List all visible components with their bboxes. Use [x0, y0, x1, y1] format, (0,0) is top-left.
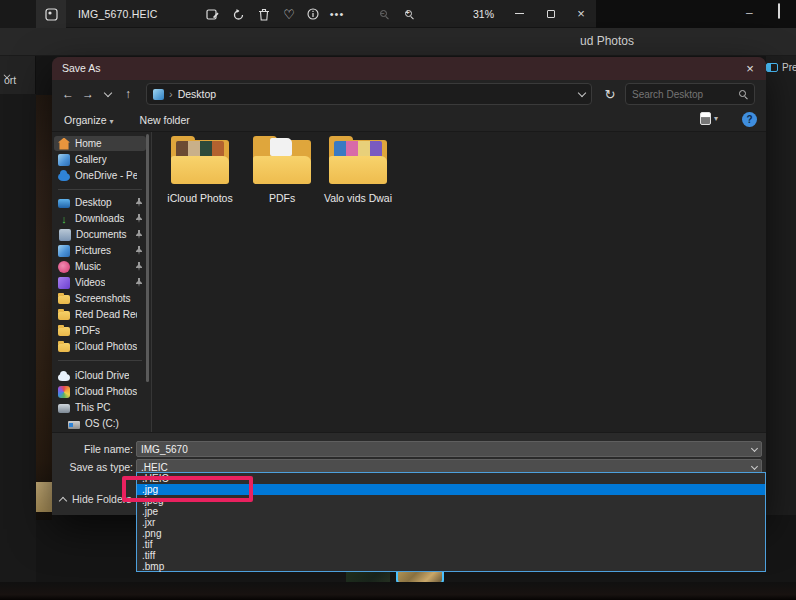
dialog-body: Home Gallery OneDrive - Persor Desktop ↓… — [52, 132, 766, 432]
sidebar-item-red-dead[interactable]: Red Dead Redem — [54, 307, 146, 322]
videos-icon — [58, 277, 70, 289]
view-options-button[interactable]: ▾ — [700, 112, 718, 125]
pin-icon — [135, 214, 143, 223]
dialog-titlebar: Save As × — [52, 57, 766, 80]
background-bottom-strip — [0, 582, 796, 600]
folder-icon — [58, 295, 70, 304]
address-bar[interactable]: › Desktop — [146, 83, 592, 105]
new-folder-button[interactable]: New folder — [140, 114, 190, 126]
icloud-photos-icon — [58, 386, 70, 398]
sidebar-item-this-pc[interactable]: This PC — [54, 400, 146, 415]
recent-locations-button[interactable] — [98, 92, 118, 96]
folder-icon — [58, 311, 70, 320]
sidebar-item-videos[interactable]: Videos — [54, 275, 146, 290]
navigation-sidebar: Home Gallery OneDrive - Persor Desktop ↓… — [52, 132, 150, 432]
address-dropdown-icon[interactable] — [578, 89, 586, 97]
zoom-out-icon[interactable]: – — [374, 5, 394, 23]
annotation-highlight-box — [122, 476, 253, 502]
folder-icon — [253, 138, 311, 184]
view-thumbnail-icon — [700, 112, 711, 125]
gallery-icon — [58, 154, 70, 166]
edit-image-icon[interactable] — [202, 5, 222, 23]
home-icon — [58, 138, 70, 150]
hide-folders-button[interactable]: Hide Folders — [60, 493, 132, 505]
file-name-field[interactable] — [136, 441, 762, 457]
breadcrumb-separator: › — [169, 88, 173, 100]
sidebar-item-icloud-photos-app[interactable]: iCloud Photos — [54, 384, 146, 399]
sidebar-item-os-c[interactable]: OS (C:) — [54, 416, 146, 431]
sidebar-item-pdfs[interactable]: PDFs — [54, 323, 146, 338]
photos-close-button[interactable]: × — [566, 0, 596, 27]
sidebar-item-music[interactable]: Music — [54, 259, 146, 274]
dialog-close-button[interactable]: × — [740, 59, 760, 78]
sidebar-item-onedrive[interactable]: OneDrive - Persor — [54, 168, 146, 183]
dropdown-option-jpe[interactable]: .jpe — [137, 506, 765, 517]
back-button[interactable]: ← — [58, 87, 78, 101]
organize-button[interactable]: Organize ▾ — [64, 114, 114, 126]
delete-icon[interactable] — [254, 5, 274, 23]
dropdown-option-tif[interactable]: .tif — [137, 539, 765, 550]
photos-minimize-button[interactable] — [504, 0, 534, 27]
sidebar-separator — [58, 189, 142, 190]
chevron-down-icon[interactable] — [751, 444, 758, 451]
photo-preview-edge — [36, 95, 52, 520]
sidebar-item-documents[interactable]: Documents — [54, 227, 146, 242]
help-button[interactable]: ? — [742, 112, 757, 127]
sidebar-item-screenshots[interactable]: Screenshots — [54, 291, 146, 306]
forward-button[interactable]: → — [78, 87, 98, 101]
music-icon — [58, 261, 70, 273]
background-sort-control[interactable]: ort — [0, 56, 36, 94]
onedrive-cloud-icon — [58, 173, 70, 181]
desktop-icon — [58, 199, 70, 208]
pin-icon — [135, 246, 143, 255]
sidebar-item-pictures[interactable]: Pictures — [54, 243, 146, 258]
preview-button[interactable]: Pre — [766, 62, 796, 73]
breadcrumb-desktop[interactable]: Desktop — [178, 88, 217, 100]
this-pc-icon — [58, 404, 70, 413]
dialog-title: Save As — [62, 62, 101, 74]
save-as-dialog: Save As × ← → ↑ › Desktop ↻ Organize ▾ N… — [52, 57, 766, 515]
folder-icon — [171, 138, 229, 184]
photos-title: IMG_5670.HEIC — [78, 8, 158, 20]
pin-icon — [135, 198, 143, 207]
sidebar-item-icloud-photos-folder[interactable]: iCloud Photos — [54, 339, 146, 354]
up-button[interactable]: ↑ — [118, 87, 138, 101]
search-icon — [739, 90, 748, 99]
sidebar-item-desktop[interactable]: Desktop — [54, 195, 146, 210]
search-box[interactable] — [625, 83, 755, 105]
photos-app-icon[interactable] — [36, 0, 66, 28]
file-name-input[interactable] — [141, 444, 752, 455]
save-as-type-value: .HEIC — [141, 462, 752, 473]
search-input[interactable] — [632, 89, 739, 100]
pictures-icon — [58, 245, 70, 257]
pin-icon — [135, 230, 143, 239]
dropdown-option-jxr[interactable]: .jxr — [137, 517, 765, 528]
refresh-button[interactable]: ↻ — [600, 84, 620, 104]
sidebar-item-downloads[interactable]: ↓Downloads — [54, 211, 146, 226]
sidebar-item-icloud-drive[interactable]: iCloud Drive — [54, 368, 146, 383]
info-icon[interactable] — [303, 5, 323, 23]
sidebar-scrollbar[interactable] — [146, 134, 149, 382]
downloads-icon: ↓ — [58, 213, 70, 225]
chevron-down-icon[interactable] — [751, 462, 758, 469]
folder-icloud-photos[interactable]: iCloud Photos — [162, 138, 238, 204]
photos-maximize-button[interactable] — [536, 0, 566, 27]
dropdown-option-tiff[interactable]: .tiff — [137, 550, 765, 561]
background-maximize-button[interactable] — [778, 4, 780, 18]
sidebar-item-home[interactable]: Home — [54, 136, 146, 151]
dropdown-option-bmp[interactable]: .bmp — [137, 561, 765, 572]
rotate-icon[interactable] — [228, 5, 248, 23]
zoom-in-icon[interactable]: + — [399, 5, 419, 23]
photos-titlebar: IMG_5670.HEIC ♡ ••• – + 31% × — [36, 0, 596, 28]
background-minimize-button[interactable]: – — [746, 6, 753, 20]
dropdown-option-png[interactable]: .png — [137, 528, 765, 539]
favorite-heart-icon[interactable]: ♡ — [279, 5, 299, 23]
sidebar-item-gallery[interactable]: Gallery — [54, 152, 146, 167]
more-options-icon[interactable]: ••• — [327, 5, 347, 23]
folder-pdfs[interactable]: PDFs — [244, 138, 320, 204]
folder-valo-vids[interactable]: Valo vids Dwai — [320, 138, 396, 204]
sidebar-separator — [58, 360, 142, 361]
os-drive-icon — [68, 421, 80, 429]
folder-icon — [329, 138, 387, 184]
screen: ort – ud Photos Pre IMG_5670.HEIC ♡ — [0, 0, 796, 600]
